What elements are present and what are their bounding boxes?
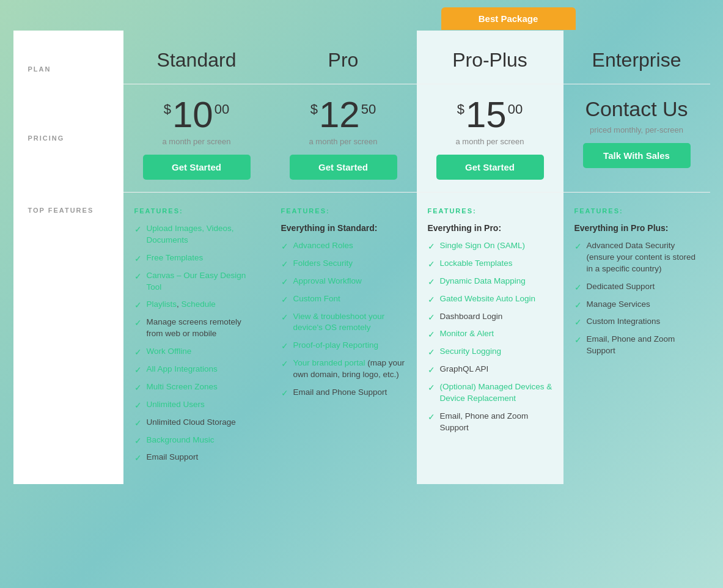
list-item: ✓ Dedicated Support — [574, 281, 699, 293]
monitor-alert-link[interactable]: Monitor & Alert — [440, 329, 494, 338]
lockable-templates-link[interactable]: Lockable Templates — [440, 259, 513, 268]
list-item: ✓ View & troubleshoot your device's OS r… — [281, 311, 406, 334]
pro-plus-email-phone-text: Email, Phone and Zoom Support — [440, 411, 552, 434]
custom-font-link[interactable]: Custom Font — [293, 294, 340, 303]
feature-text: Canvas – Our Easy Design Tool — [147, 270, 259, 293]
upload-link[interactable]: Upload Images, Videos, Documents — [147, 224, 234, 244]
canvas-link[interactable]: Canvas – Our Easy Design Tool — [147, 271, 246, 292]
list-item: ✓ Single Sign On (SAML) — [428, 240, 552, 252]
list-item: ✓ Custom Integrations — [574, 316, 699, 328]
list-item: ✓ Email, Phone and Zoom Support — [428, 411, 552, 434]
feature-text: Approval Workflow — [293, 276, 362, 287]
pricing-page: Best Package PLAN Standard Pro Pro-Plus … — [13, 31, 710, 484]
list-item: ✓ Advanced Roles — [281, 240, 406, 252]
pro-features-cell: FEATURES: Everything in Standard: ✓ Adva… — [270, 192, 417, 484]
pro-plus-dollar: $ — [457, 101, 464, 117]
enterprise-section-title: Everything in Pro Plus: — [574, 223, 699, 233]
feature-text: Proof-of-play Reporting — [293, 340, 379, 351]
pro-plus-price: $ 15 00 — [423, 97, 557, 133]
feature-text: Dynamic Data Mapping — [440, 276, 526, 287]
approval-workflow-link[interactable]: Approval Workflow — [293, 276, 362, 285]
email-support-text: Email Support — [147, 452, 199, 463]
folders-security-link[interactable]: Folders Security — [293, 259, 353, 268]
check-icon: ✓ — [281, 277, 288, 287]
list-item: ✓ Dashboard Login — [428, 311, 552, 323]
check-icon: ✓ — [281, 388, 288, 398]
dynamic-data-mapping-link[interactable]: Dynamic Data Mapping — [440, 276, 526, 285]
all-app-integrations-link[interactable]: All App Integrations — [147, 364, 218, 373]
standard-pricing-cell: $ 10 00 a month per screen Get Started — [123, 84, 270, 192]
pro-plus-plan-header: Pro-Plus — [417, 31, 563, 84]
list-item: ✓ Multi Screen Zones — [134, 381, 259, 393]
check-icon: ✓ — [428, 277, 435, 287]
advanced-data-security-text: Advanced Data Security (ensure your cont… — [587, 240, 699, 275]
enterprise-talk-with-sales-button[interactable]: Talk With Sales — [583, 143, 691, 168]
feature-text: Upload Images, Videos, Documents — [147, 223, 259, 246]
list-item: ✓ Dynamic Data Mapping — [428, 276, 552, 287]
check-icon: ✓ — [574, 241, 582, 251]
check-icon: ✓ — [574, 300, 582, 310]
pro-plus-get-started-button[interactable]: Get Started — [436, 155, 544, 180]
multi-screen-zones-link[interactable]: Multi Screen Zones — [147, 382, 218, 391]
proof-of-play-link[interactable]: Proof-of-play Reporting — [293, 340, 379, 350]
list-item: ✓ GraphQL API — [428, 364, 552, 375]
list-item: ✓ Folders Security — [281, 258, 406, 270]
feature-text: Custom Font — [293, 293, 340, 305]
list-item: ✓ Approval Workflow — [281, 276, 406, 287]
unlimited-cloud-storage-text: Unlimited Cloud Storage — [147, 417, 236, 428]
background-music-link[interactable]: Background Music — [147, 435, 215, 444]
advanced-roles-link[interactable]: Advanced Roles — [293, 241, 353, 250]
standard-plan-header: Standard — [123, 31, 270, 84]
plan-label: PLAN — [28, 65, 51, 73]
pro-price-main: 12 — [319, 97, 360, 133]
pro-plus-section-title: Everything in Pro: — [428, 223, 552, 233]
feature-text: Security Logging — [440, 346, 502, 358]
security-logging-link[interactable]: Security Logging — [440, 347, 502, 356]
standard-price: $ 10 00 — [130, 97, 264, 133]
check-icon: ✓ — [428, 347, 435, 357]
feature-text: Single Sign On (SAML) — [440, 240, 526, 252]
managed-devices-link[interactable]: (Optional) Managed Devices & Device Repl… — [440, 382, 552, 403]
gated-website-link[interactable]: Gated Website Auto Login — [440, 294, 536, 303]
view-troubleshoot-link[interactable]: View & troubleshoot your device's OS rem… — [293, 312, 385, 333]
list-item: ✓ (Optional) Managed Devices & Device Re… — [428, 381, 552, 405]
standard-get-started-button[interactable]: Get Started — [143, 155, 251, 180]
list-item: ✓ Security Logging — [428, 346, 552, 358]
list-item: ✓ Email and Phone Support — [281, 387, 406, 399]
free-templates-link[interactable]: Free Templates — [147, 253, 204, 262]
feature-text: All App Integrations — [147, 364, 218, 375]
check-icon: ✓ — [134, 254, 142, 263]
check-icon: ✓ — [428, 383, 435, 392]
enterprise-price-per: priced monthly, per-screen — [570, 125, 704, 134]
feature-text: Monitor & Alert — [440, 328, 494, 340]
enterprise-features-heading: FEATURES: — [574, 207, 699, 215]
check-icon: ✓ — [281, 241, 288, 251]
pricing-label: PRICING — [28, 134, 65, 142]
feature-text: Lockable Templates — [440, 258, 513, 270]
check-icon: ✓ — [134, 436, 142, 446]
standard-features-heading: FEATURES: — [134, 207, 259, 215]
dedicated-support-text: Dedicated Support — [587, 281, 655, 293]
schedule-link[interactable]: Schedule — [182, 300, 216, 309]
pro-plus-price-cents: 00 — [508, 101, 523, 117]
check-icon: ✓ — [428, 365, 435, 375]
enterprise-features-cell: FEATURES: Everything in Pro Plus: ✓ Adva… — [563, 192, 710, 484]
standard-price-main: 10 — [172, 97, 213, 133]
playlists-link[interactable]: Playlists — [147, 300, 177, 309]
check-icon: ✓ — [134, 418, 142, 428]
manage-screens-text: Manage screens remotely from web or mobi… — [147, 317, 259, 340]
list-item: ✓ Upload Images, Videos, Documents — [134, 223, 259, 246]
sso-link[interactable]: Single Sign On (SAML) — [440, 241, 526, 250]
pricing-table: PLAN Standard Pro Pro-Plus Enterprise PR… — [13, 31, 710, 484]
check-icon: ✓ — [281, 312, 288, 322]
branded-portal-link[interactable]: Your branded portal — [293, 358, 365, 367]
pro-email-phone-text: Email and Phone Support — [293, 387, 387, 399]
pro-section-title: Everything in Standard: — [281, 223, 406, 233]
work-offline-link[interactable]: Work Offline — [147, 347, 192, 356]
pro-get-started-button[interactable]: Get Started — [290, 155, 397, 180]
check-icon: ✓ — [428, 241, 435, 251]
list-item: ✓ Free Templates — [134, 252, 259, 264]
unlimited-users-link[interactable]: Unlimited Users — [147, 400, 205, 409]
pro-pricing-cell: $ 12 50 a month per screen Get Started — [270, 84, 417, 192]
list-item: ✓ Manage screens remotely from web or mo… — [134, 317, 259, 340]
